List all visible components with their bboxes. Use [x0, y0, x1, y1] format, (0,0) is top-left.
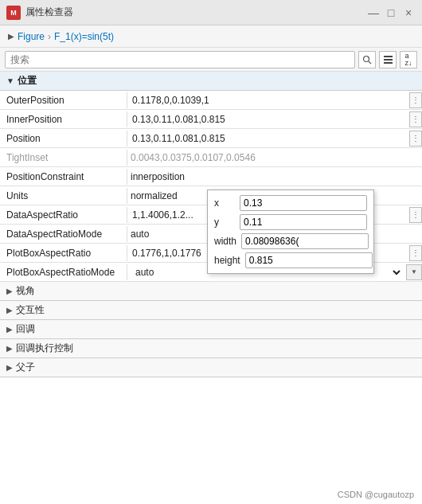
sort-button[interactable]: az↓: [400, 51, 417, 68]
breadcrumb-figure[interactable]: Figure: [18, 31, 45, 42]
breadcrumb: ▶ Figure › F_1(x)=sin(5t): [0, 25, 422, 48]
breadcrumb-separator: ›: [48, 31, 51, 42]
position-input[interactable]: [131, 133, 406, 144]
popup-height-input[interactable]: [245, 252, 373, 268]
positionconstraint-text: innerposition: [131, 171, 185, 182]
popup-row-y: y: [214, 214, 367, 230]
section-interaction-header[interactable]: ▶ 交互性: [0, 301, 422, 320]
svg-line-1: [369, 61, 371, 63]
units-text: normalized: [131, 190, 178, 201]
list-view-button[interactable]: [379, 51, 397, 68]
section-interaction-arrow: ▶: [6, 306, 13, 315]
popup-row-x: x: [214, 195, 367, 211]
section-interaction-title: 交互性: [16, 303, 45, 317]
titlebar: M 属性检查器 — □ ×: [0, 0, 422, 25]
breadcrumb-collapse-arrow[interactable]: ▶: [8, 32, 14, 41]
prop-row-position: Position ⋮: [0, 129, 422, 148]
list-icon: [383, 54, 393, 64]
search-icon: [362, 55, 372, 64]
maximize-button[interactable]: □: [384, 6, 398, 20]
matlab-icon-label: M: [10, 9, 17, 17]
popup-width-input[interactable]: [241, 233, 369, 249]
section-parentchild-header[interactable]: ▶ 父子: [0, 358, 422, 377]
prop-name-tightinset: TightInset: [0, 150, 127, 166]
prop-row-tightinset: TightInset 0.0043,0.0375,0.0107,0.0546: [0, 148, 422, 167]
prop-value-innerposition: [127, 112, 409, 127]
watermark: CSDN @cugautozp: [338, 490, 414, 499]
plotbox-menu-btn[interactable]: ⋮: [409, 245, 422, 261]
innerposition-input[interactable]: [131, 114, 406, 125]
position-menu-btn[interactable]: ⋮: [409, 131, 422, 147]
section-callback-arrow: ▶: [6, 325, 13, 334]
section-view-header[interactable]: ▶ 视角: [0, 282, 422, 301]
titlebar-controls: — □ ×: [366, 6, 416, 20]
prop-value-position: [127, 131, 409, 146]
section-callback-title: 回调: [16, 322, 35, 336]
section-view-title: 视角: [16, 284, 35, 298]
prop-name-innerposition: InnerPosition: [0, 111, 127, 127]
search-input[interactable]: [5, 51, 355, 68]
prop-name-units: Units: [0, 188, 127, 204]
popup-width-label: width: [214, 236, 236, 247]
prop-row-outerposition: OuterPosition ⋮: [0, 91, 422, 110]
section-position-arrow: ▼: [6, 76, 14, 85]
main-content: ▼ 位置 OuterPosition ⋮ InnerPosition ⋮ Pos…: [0, 72, 422, 504]
svg-rect-4: [384, 62, 393, 64]
svg-rect-2: [384, 56, 393, 57]
popup-row-width: width: [214, 233, 367, 249]
prop-name-position: Position: [0, 131, 127, 147]
svg-rect-3: [384, 59, 393, 61]
position-popup: x y width height: [207, 189, 374, 274]
popup-y-label: y: [214, 217, 235, 228]
titlebar-title: 属性检查器: [25, 6, 73, 19]
search-button[interactable]: [358, 51, 376, 68]
popup-height-label: height: [214, 255, 240, 266]
breadcrumb-function[interactable]: F_1(x)=sin(5t): [54, 31, 114, 42]
prop-value-tightinset: 0.0043,0.0375,0.0107,0.0546: [127, 150, 422, 165]
close-button[interactable]: ×: [401, 6, 416, 20]
prop-name-outerposition: OuterPosition: [0, 92, 127, 108]
innerposition-menu-btn[interactable]: ⋮: [409, 111, 422, 127]
section-parentchild-arrow: ▶: [6, 363, 13, 372]
sort-icon-label: az↓: [405, 53, 412, 67]
prop-row-innerposition: InnerPosition ⋮: [0, 110, 422, 129]
outerposition-menu-btn[interactable]: ⋮: [409, 92, 422, 108]
section-callback-header[interactable]: ▶ 回调: [0, 320, 422, 339]
prop-value-outerposition: [127, 93, 409, 107]
section-position-title: 位置: [18, 74, 37, 88]
popup-row-height: height: [214, 252, 367, 268]
section-callbackexec-title: 回调执行控制: [16, 342, 73, 355]
prop-name-positionconstraint: PositionConstraint: [0, 169, 127, 185]
titlebar-left: M 属性检查器: [6, 6, 73, 20]
search-bar: az↓: [0, 48, 422, 72]
dataaspectmode-text: auto: [131, 229, 149, 240]
prop-name-plotbox: PlotBoxAspectRatio: [0, 245, 127, 261]
section-position-header[interactable]: ▼ 位置: [0, 72, 422, 91]
section-callbackexec-header[interactable]: ▶ 回调执行控制: [0, 339, 422, 358]
matlab-icon: M: [6, 6, 21, 20]
prop-name-plotboxmode: PlotBoxAspectRatioMode: [0, 264, 127, 280]
section-view-arrow: ▶: [6, 287, 13, 295]
dataaspect-menu-btn[interactable]: ⋮: [409, 207, 422, 223]
prop-row-positionconstraint: PositionConstraint innerposition: [0, 167, 422, 186]
section-parentchild-title: 父子: [16, 361, 35, 374]
section-callbackexec-arrow: ▶: [6, 344, 13, 353]
popup-y-input[interactable]: [240, 214, 367, 230]
popup-x-input[interactable]: [240, 195, 367, 211]
tightinset-text: 0.0043,0.0375,0.0107,0.0546: [131, 152, 256, 163]
plotboxmode-dropdown-btn[interactable]: ▼: [406, 264, 422, 280]
outerposition-input[interactable]: [131, 95, 406, 106]
prop-name-dataaspectmode: DataAspectRatioMode: [0, 226, 127, 242]
svg-point-0: [364, 56, 369, 61]
popup-x-label: x: [214, 197, 235, 209]
prop-value-positionconstraint: innerposition: [127, 170, 422, 184]
minimize-button[interactable]: —: [366, 6, 381, 20]
prop-name-dataaspect: DataAspectRatio: [0, 207, 127, 223]
